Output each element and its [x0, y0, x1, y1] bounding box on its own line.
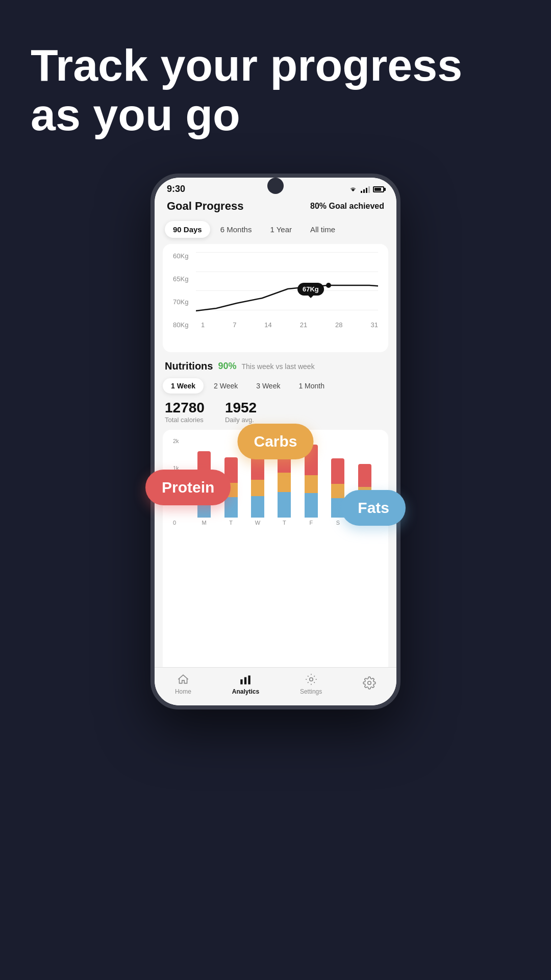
bar-fats-t2 — [278, 492, 291, 518]
bar-carbs-t2 — [278, 473, 291, 492]
tab-alltime[interactable]: All time — [302, 221, 343, 238]
home-icon — [177, 673, 190, 686]
svg-rect-3 — [368, 186, 370, 193]
x-label-7: 7 — [233, 321, 236, 329]
screen-header: Goal Progress 80% Goal achieved — [155, 198, 396, 219]
svg-rect-7 — [248, 675, 251, 684]
svg-point-9 — [368, 681, 371, 685]
stat-total-calories: 12780 Total calories — [165, 400, 205, 424]
total-calories-value: 12780 — [165, 400, 205, 416]
y-label-60: 60Kg — [173, 252, 188, 260]
tab-6months[interactable]: 6 Months — [212, 221, 260, 238]
goal-pct: 80% — [310, 202, 327, 210]
bar-carbs-w — [251, 480, 264, 496]
svg-rect-2 — [366, 188, 367, 193]
bar-carbs-f — [305, 475, 318, 493]
stat-daily-avg: 1952 Daily avg. — [225, 400, 257, 424]
svg-rect-6 — [244, 677, 246, 684]
weight-chart: 60Kg 65Kg 70Kg 80Kg — [173, 252, 378, 344]
nav-analytics-label: Analytics — [232, 688, 259, 695]
svg-point-4 — [326, 283, 331, 288]
svg-point-8 — [309, 678, 313, 681]
ntab-2week[interactable]: 2 Week — [206, 378, 246, 394]
x-label-28: 28 — [335, 321, 342, 329]
status-icons — [348, 186, 384, 193]
goal-label: Goal achieved — [329, 202, 385, 210]
nav-settings-label: Settings — [300, 688, 322, 695]
by-label-0: 0 — [173, 520, 182, 526]
x-label-31: 31 — [370, 321, 378, 329]
bar-fats-w — [251, 496, 264, 518]
bar-chart-section: 2k 1k 500 0 — [163, 430, 388, 667]
svg-rect-1 — [363, 189, 365, 193]
settings-icon — [305, 673, 318, 686]
wifi-icon — [348, 186, 358, 193]
nutrition-tabs: 1 Week 2 Week 3 Week 1 Month — [155, 378, 396, 400]
bar-carbs-s1 — [331, 484, 344, 498]
phone-wrapper: 9:30 — [151, 174, 400, 709]
svg-rect-0 — [361, 191, 362, 193]
weight-chart-section: 60Kg 65Kg 70Kg 80Kg — [163, 244, 388, 352]
side-button — [398, 270, 400, 310]
daily-avg-value: 1952 — [225, 400, 257, 416]
hero-title-line1: Track your progress — [31, 40, 462, 90]
bar-protein-s1 — [331, 458, 344, 484]
nav-home[interactable]: Home — [175, 673, 191, 695]
bar-label-t2: T — [283, 520, 286, 526]
status-time: 9:30 — [167, 184, 185, 194]
bar-stack-w — [251, 450, 264, 518]
tab-1year[interactable]: 1 Year — [262, 221, 300, 238]
settings2-icon — [363, 676, 376, 690]
x-label-14: 14 — [264, 321, 271, 329]
tab-90days[interactable]: 90 Days — [165, 221, 210, 238]
x-label-21: 21 — [300, 321, 307, 329]
analytics-icon — [239, 673, 252, 686]
bottom-nav: Home Analytics Settings — [155, 667, 396, 705]
bar-label-t1: T — [229, 520, 233, 526]
ntab-1month[interactable]: 1 Month — [290, 378, 333, 394]
bar-label-m: M — [202, 520, 207, 526]
goal-tabs: 90 Days 6 Months 1 Year All time — [155, 219, 396, 244]
y-label-80: 80Kg — [173, 321, 188, 329]
bar-group-s1: S — [331, 458, 344, 526]
daily-avg-label: Daily avg. — [225, 416, 257, 424]
chart-y-labels: 60Kg 65Kg 70Kg 80Kg — [173, 252, 188, 329]
bar-fats-f — [305, 493, 318, 518]
header-goal: 80% Goal achieved — [310, 202, 384, 211]
bar-fats-t1 — [224, 497, 238, 518]
chart-area: 67Kg 1 7 14 21 28 31 — [196, 252, 378, 329]
chart-x-labels: 1 7 14 21 28 31 — [196, 321, 378, 329]
hero-title: Track your progress as you go — [31, 41, 520, 140]
svg-rect-5 — [241, 679, 243, 684]
nutrition-subtitle: This week vs last week — [241, 362, 314, 371]
float-protein-label: Protein — [145, 470, 231, 505]
float-fats-label: Fats — [341, 490, 406, 526]
hero-section: Track your progress as you go — [31, 41, 520, 140]
by-label-2k: 2k — [173, 438, 182, 444]
nav-settings[interactable]: Settings — [300, 673, 322, 695]
y-label-65: 65Kg — [173, 275, 188, 283]
bar-protein-s2 — [358, 464, 371, 487]
bar-group-w: W — [251, 450, 264, 526]
nav-settings2[interactable] — [363, 676, 376, 692]
ntab-1week[interactable]: 1 Week — [163, 378, 204, 394]
header-title: Goal Progress — [167, 200, 243, 213]
nav-analytics[interactable]: Analytics — [232, 673, 259, 695]
float-carbs-label: Carbs — [237, 424, 313, 459]
nutrition-title: Nutritions — [165, 360, 213, 372]
hero-title-line2: as you go — [31, 89, 240, 140]
signal-icon — [361, 186, 370, 193]
x-label-1: 1 — [201, 321, 205, 329]
bar-label-f: F — [310, 520, 313, 526]
total-calories-label: Total calories — [165, 416, 205, 424]
bar-label-s1: S — [336, 520, 340, 526]
y-label-70: 70Kg — [173, 298, 188, 306]
bar-label-w: W — [255, 520, 260, 526]
bar-group-f: F — [305, 445, 318, 526]
weight-line-svg — [196, 252, 378, 329]
nutrition-header: Nutritions 90% This week vs last week — [155, 358, 396, 378]
nutrition-pct: 90% — [218, 361, 236, 372]
ntab-3week[interactable]: 3 Week — [248, 378, 288, 394]
nav-home-label: Home — [175, 688, 191, 695]
battery-icon — [373, 186, 384, 192]
